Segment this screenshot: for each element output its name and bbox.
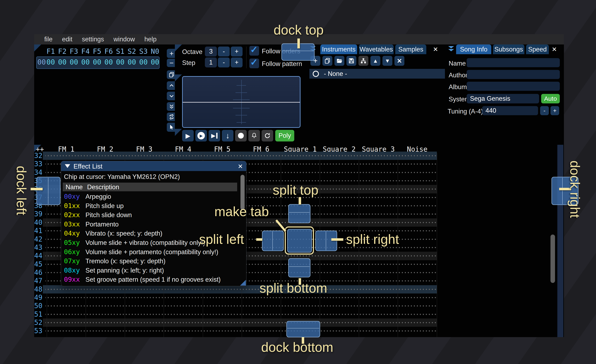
play-from-cursor-button[interactable]: ▶ <box>209 130 220 141</box>
empty-cells <box>45 302 437 310</box>
step-value[interactable]: 1 <box>205 58 217 67</box>
plus-icon: + <box>235 48 238 55</box>
order-cell[interactable]: 00 <box>138 58 149 66</box>
tab-samples[interactable]: Samples <box>395 44 426 54</box>
menu-file[interactable]: file <box>39 36 57 43</box>
tuning-increase-button[interactable]: + <box>551 106 559 115</box>
step-decrease-button[interactable]: - <box>218 58 230 67</box>
menu-window[interactable]: window <box>109 36 140 43</box>
album-field[interactable] <box>467 82 560 91</box>
order-edit-mode-button[interactable] <box>167 123 175 132</box>
order-move-to-bottom-button[interactable] <box>167 102 175 111</box>
tab-wavetables[interactable]: Wavetables <box>359 44 394 54</box>
tab-song-info[interactable]: Song Info <box>456 44 491 54</box>
order-col-s1: S1 <box>114 47 126 55</box>
pattern-row[interactable]: 52 <box>34 319 437 327</box>
instrument-move-down-button[interactable]: ▼ <box>382 56 392 66</box>
order-duplicate-button[interactable] <box>167 70 175 79</box>
dock-left-target[interactable] <box>37 177 60 205</box>
octave-increase-button[interactable]: + <box>231 47 243 57</box>
split-top-target[interactable] <box>288 204 310 223</box>
play-icon: ▶ <box>186 132 190 139</box>
collapse-icon[interactable] <box>448 46 455 53</box>
menu-settings[interactable]: settings <box>77 36 109 43</box>
order-unlink-button[interactable] <box>167 112 175 121</box>
order-cell[interactable]: 00 <box>57 58 68 66</box>
order-cell[interactable]: 00 <box>68 58 80 66</box>
record-button[interactable] <box>235 130 247 141</box>
empty-cells <box>45 310 437 319</box>
order-cell[interactable]: 00 <box>103 58 114 66</box>
make-tab-target[interactable] <box>287 229 312 253</box>
instrument-save-button[interactable] <box>346 56 356 66</box>
name-label: Name <box>449 60 466 67</box>
instrument-duplicate-button[interactable] <box>322 56 332 66</box>
order-add-button[interactable]: + <box>167 49 175 58</box>
tab-speed[interactable]: Speed <box>526 44 549 54</box>
order-cell[interactable]: 00 <box>45 58 57 66</box>
order-col-f1: F1 <box>45 47 57 55</box>
follow-orders-checkbox[interactable]: ✓ <box>249 46 259 56</box>
split-right-target[interactable] <box>315 231 337 251</box>
resize-grip[interactable] <box>240 280 246 286</box>
menu-help[interactable]: help <box>140 36 161 43</box>
pattern-row[interactable]: 49 <box>34 293 437 302</box>
close-icon[interactable]: ✕ <box>238 163 243 170</box>
system-auto-button[interactable]: Auto <box>541 94 560 103</box>
instrument-open-button[interactable] <box>335 56 344 66</box>
pattern-scrollbar[interactable] <box>551 234 555 283</box>
metronome-button[interactable] <box>248 130 260 141</box>
order-move-up-button[interactable] <box>167 81 175 90</box>
instrument-folders-toggle-button[interactable] <box>358 56 368 66</box>
make-tab-label: make tab <box>214 204 269 219</box>
order-cell[interactable]: 00 <box>126 58 138 66</box>
author-field[interactable] <box>467 70 560 79</box>
order-cell[interactable]: 00 <box>114 58 126 66</box>
effect-row: 01xxPitch slide up <box>61 202 239 211</box>
close-icon[interactable]: ✕ <box>552 46 557 53</box>
step-row-button[interactable]: ↓ <box>222 130 233 141</box>
effect-list-titlebar[interactable]: Effect List ✕ <box>61 161 246 171</box>
pattern-row[interactable]: 50 <box>34 302 437 310</box>
row-number: 47 <box>34 277 42 285</box>
pattern-row[interactable]: 53 <box>34 327 437 335</box>
effect-description: Set groove pattern (speed 1 if no groove… <box>85 276 221 283</box>
tab-subsongs[interactable]: Subsongs <box>493 44 524 54</box>
octave-decrease-button[interactable]: - <box>218 47 230 57</box>
instrument-list-item[interactable]: - None - <box>309 69 445 79</box>
play-button[interactable]: ▶ <box>182 130 194 141</box>
close-icon[interactable]: ✕ <box>433 46 438 53</box>
effect-row: 09xxSet groove pattern (speed 1 if no gr… <box>61 276 239 284</box>
cursor-icon <box>169 124 174 130</box>
menu-edit[interactable]: edit <box>57 36 77 43</box>
order-cell[interactable]: 00 <box>149 58 161 66</box>
step-increase-button[interactable]: + <box>231 58 243 67</box>
pattern-row[interactable]: 32 <box>34 152 437 160</box>
order-cell[interactable]: 00 <box>91 58 103 66</box>
desktop-background: file edit settings window help F1 F2 F3 … <box>0 0 596 364</box>
octave-value[interactable]: 3 <box>205 47 217 57</box>
instrument-delete-button[interactable]: ✕ <box>395 56 404 66</box>
order-move-down-button[interactable] <box>167 92 175 100</box>
repeat-button[interactable] <box>261 130 273 141</box>
tab-instruments[interactable]: Instruments <box>320 44 357 54</box>
split-bott-target[interactable] <box>288 258 310 277</box>
instrument-move-up-button[interactable]: ▲ <box>370 56 380 66</box>
order-cell[interactable]: 00 <box>80 58 91 66</box>
dock-bottom-target[interactable] <box>286 321 320 337</box>
split-top-label: split top <box>273 182 319 198</box>
pattern-row[interactable]: 51 <box>34 310 437 319</box>
order-remove-button[interactable]: − <box>167 59 175 67</box>
play-pattern-button[interactable]: ▶ <box>195 130 207 141</box>
follow-pattern-checkbox[interactable]: ✓ <box>249 58 259 68</box>
collapse-triangle-icon[interactable] <box>65 164 70 168</box>
poly-toggle-button[interactable]: Poly <box>275 130 294 141</box>
tuning-decrease-button[interactable]: - <box>540 106 549 115</box>
tuning-field[interactable]: 440 <box>482 106 538 115</box>
instruments-panel: Instruments Wavetables Samples ✕ + ▲ ▼ ✕ <box>308 44 447 145</box>
name-field[interactable] <box>467 58 560 67</box>
pattern-row[interactable]: 48 <box>34 285 437 293</box>
effect-table-header[interactable]: Name Description <box>63 183 237 191</box>
system-field[interactable]: Sega Genesis <box>467 94 539 103</box>
split-left-target[interactable] <box>262 231 284 251</box>
